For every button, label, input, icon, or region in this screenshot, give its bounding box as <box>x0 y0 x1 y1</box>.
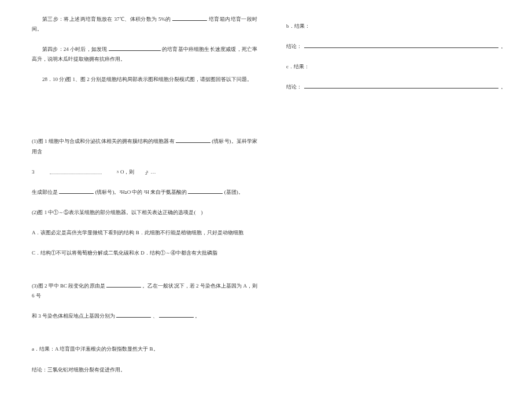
chem-process-blank <box>50 170 102 174</box>
q2-head-text: (2)图 1 中①～⑤表示某细胞的部分细胞器。以下相关表达正确的选项是( ) <box>32 209 203 215</box>
q3c-a: 和 3 号染色体相应地点上基因分别为 <box>32 313 115 319</box>
c-label-text: c．结果： <box>286 64 309 69</box>
q1c-blank1 <box>59 188 94 194</box>
chem-tail: … <box>151 167 156 177</box>
step3-blank <box>172 15 207 21</box>
step4-text-a: 第四步：24 小时后，如发现 <box>42 46 107 52</box>
document-page: 第三步：将上述两培育瓶放在 37℃、体积分数为 5%的 培育箱内培育一段时间。 … <box>0 0 532 394</box>
q1-a: (1)图 1 细胞中与合成和分泌抗体相关的拥有膜结构的细胞器有 <box>32 138 175 144</box>
q2-head: (2)图 1 中①～⑤表示某细胞的部分细胞器。以下相关表达正确的选项是( ) <box>32 208 257 218</box>
q1-blank1 <box>176 137 210 143</box>
chem-prefix: 3 <box>32 167 35 177</box>
q3-part1: (3)图 2 甲中 BC 段变化的原由是 。乙在一般状况下，若 2 号染色体上基… <box>32 281 257 301</box>
conclusion-a: 结论：三氯化铝对细胞分裂有促进作用。 <box>32 365 257 375</box>
q1c-blank2 <box>188 188 223 194</box>
result-c-label: c．结果： <box>286 62 506 72</box>
q2-ab-text: A．该图必定是高倍光学显微镜下看到的结构 B．此细胞不行能是植物细胞，只好是动物… <box>32 230 243 235</box>
concl-b-stop: 。 <box>501 42 506 51</box>
conclusion-b: 结论： 。 <box>286 42 506 51</box>
q3-part2: 和 3 号染色体相应地点上基因分别为 、 。 <box>32 311 257 321</box>
chem-suffix: 3 2 … <box>146 167 156 177</box>
chem-O-text: O，则 <box>120 167 135 177</box>
q1-part1: (1)图 1 细胞中与合成和分泌抗体相关的拥有膜结构的细胞器有 (填标号)。某科… <box>32 137 257 156</box>
chem-sup-3: 3 <box>117 168 119 176</box>
conclusion-a-text: 结论：三氯化铝对细胞分裂有促进作用。 <box>32 367 125 373</box>
chem-3-pre: 3 <box>32 167 35 177</box>
concl-c-label: 结论： <box>286 82 302 92</box>
concl-c-blank <box>304 83 498 89</box>
q3-blank1 <box>106 282 141 288</box>
step-3: 第三步：将上述两培育瓶放在 37℃、体积分数为 5%的 培育箱内培育一段时间。 <box>32 14 257 34</box>
result-a-text: a．结果：A 培育皿中洋葱根尖的分裂指数显然大于 B。 <box>32 346 158 352</box>
q3c-end: 。 <box>195 313 200 319</box>
q3-a: (3)图 2 甲中 BC 段变化的原由是 <box>32 283 105 289</box>
right-column: b．结果： 结论： 。 c．结果： 结论： 。 <box>275 14 506 382</box>
concl-b-blank <box>304 42 498 48</box>
result-a: a．结果：A 培育皿中洋葱根尖的分裂指数显然大于 B。 <box>32 344 257 354</box>
q3c-blank2 <box>159 312 194 318</box>
q2-cd-text: C．结构①不可以将葡萄糖分解成二氧化碳和水 D．结构①～④中都含有大批磷脂 <box>32 250 217 256</box>
q1-part2: 生成部位是 (填标号)。³H₂O 中的 ³H 来自于氨基酸的 (基团)。 <box>32 187 257 197</box>
q3c-mid: 、 <box>153 313 158 319</box>
b-label-text: b．结果： <box>286 23 310 29</box>
question-28: 28．10 分)图 1、图 2 分别是细胞结构局部表示图和细胞分裂模式图，请据图… <box>32 75 257 84</box>
q1c-a: 生成部位是 <box>32 189 58 195</box>
q1c-c: (基团)。 <box>224 189 243 195</box>
step4-blank <box>109 45 161 51</box>
conclusion-c: 结论： 。 <box>286 82 506 92</box>
chem-row: 3 3 O，则 3 2 … <box>32 167 257 177</box>
q1c-b: (填标号)。³H₂O 中的 ³H 来自于氨基酸的 <box>95 189 187 195</box>
concl-c-stop: 。 <box>501 82 506 92</box>
chem-O2: 3 O，则 <box>117 167 135 177</box>
step-4: 第四步：24 小时后，如发现 的培育基中癌细胞生长速度减缓，死亡率高升，说明木瓜… <box>32 45 257 64</box>
concl-b-label: 结论： <box>286 42 302 51</box>
left-column: 第三步：将上述两培育瓶放在 37℃、体积分数为 5%的 培育箱内培育一段时间。 … <box>32 14 275 382</box>
step3-text-a: 第三步：将上述两培育瓶放在 37℃、体积分数为 5%的 <box>42 16 171 22</box>
q2-options-cd: C．结构①不可以将葡萄糖分解成二氧化碳和水 D．结构①～④中都含有大批磷脂 <box>32 248 257 258</box>
q3c-blank1 <box>116 312 151 318</box>
q2-options-ab: A．该图必定是高倍光学显微镜下看到的结构 B．此细胞不行能是植物细胞，只好是动物… <box>32 228 257 238</box>
q28-text: 28．10 分)图 1、图 2 分别是细胞结构局部表示图和细胞分裂模式图，请据图… <box>42 76 252 82</box>
result-b-label: b．结果： <box>286 21 506 31</box>
